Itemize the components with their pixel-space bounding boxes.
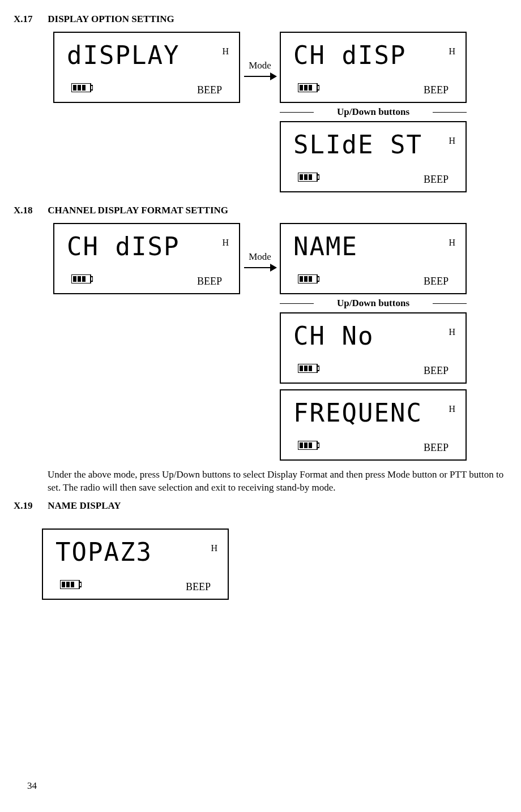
svg-rect-19 bbox=[82, 276, 86, 282]
lcd-screen: CH No H BEEP bbox=[280, 312, 467, 384]
lcd-h-indicator: H bbox=[222, 46, 229, 57]
lcd-screen: TOPAZ3 H BEEP bbox=[42, 529, 229, 600]
lcd-h-indicator: H bbox=[449, 46, 455, 57]
svg-rect-34 bbox=[309, 442, 312, 448]
arrow-right-icon bbox=[244, 267, 276, 268]
lcd-h-indicator: H bbox=[211, 543, 217, 553]
svg-rect-18 bbox=[78, 276, 81, 282]
section-number: X.17 bbox=[14, 14, 45, 25]
lcd-beep-label: BEEP bbox=[424, 276, 449, 287]
section-number: X.19 bbox=[14, 500, 45, 512]
section-title: DISPLAY OPTION SETTING bbox=[48, 14, 174, 24]
svg-rect-33 bbox=[304, 442, 308, 448]
svg-rect-28 bbox=[304, 366, 308, 371]
lcd-h-indicator: H bbox=[449, 327, 455, 337]
svg-rect-22 bbox=[300, 276, 303, 282]
lcd-beep-label: BEEP bbox=[197, 84, 222, 96]
battery-icon bbox=[298, 83, 319, 95]
svg-rect-27 bbox=[300, 366, 303, 371]
svg-rect-3 bbox=[78, 85, 81, 91]
svg-rect-23 bbox=[304, 276, 308, 282]
lcd-beep-label: BEEP bbox=[424, 174, 449, 186]
body-paragraph-x18: Under the above mode, press Up/Down butt… bbox=[48, 469, 507, 495]
svg-rect-6 bbox=[317, 85, 319, 90]
section-title: NAME DISPLAY bbox=[48, 500, 121, 511]
svg-rect-26 bbox=[317, 366, 319, 371]
svg-rect-24 bbox=[309, 276, 312, 282]
lcd-h-indicator: H bbox=[449, 404, 455, 414]
svg-rect-12 bbox=[300, 174, 303, 180]
diagram-x18: CH dISP H BEEP Mode NAME H BEEP Up/Down … bbox=[53, 223, 507, 461]
svg-rect-9 bbox=[309, 85, 312, 91]
svg-rect-13 bbox=[304, 174, 308, 180]
battery-icon bbox=[71, 274, 93, 286]
lcd-screen: dISPLAY H BEEP bbox=[53, 32, 240, 103]
lcd-beep-label: BEEP bbox=[424, 84, 449, 96]
battery-icon bbox=[298, 173, 319, 184]
lcd-screen: NAME H BEEP bbox=[280, 223, 467, 294]
page-number: 34 bbox=[27, 780, 37, 792]
lcd-h-indicator: H bbox=[449, 238, 455, 248]
battery-icon bbox=[60, 580, 82, 592]
battery-icon bbox=[298, 364, 319, 376]
lcd-main-text: CH No bbox=[293, 321, 374, 350]
svg-rect-17 bbox=[73, 276, 76, 282]
section-number: X.18 bbox=[14, 205, 45, 216]
battery-icon bbox=[298, 274, 319, 286]
svg-rect-7 bbox=[300, 85, 303, 91]
lcd-screen: CH dISP H BEEP bbox=[280, 32, 467, 103]
battery-icon bbox=[71, 83, 93, 95]
lcd-h-indicator: H bbox=[449, 136, 455, 146]
section-heading-x17: X.17 DISPLAY OPTION SETTING bbox=[14, 14, 507, 25]
svg-rect-11 bbox=[317, 175, 319, 179]
svg-rect-16 bbox=[91, 277, 93, 281]
svg-rect-31 bbox=[317, 443, 319, 448]
lcd-h-indicator: H bbox=[222, 238, 229, 248]
lcd-beep-label: BEEP bbox=[186, 581, 211, 593]
updown-label: Up/Down buttons bbox=[280, 298, 467, 309]
svg-rect-32 bbox=[300, 442, 303, 448]
svg-rect-21 bbox=[317, 277, 319, 281]
svg-rect-4 bbox=[82, 85, 86, 91]
svg-rect-36 bbox=[79, 582, 82, 587]
lcd-beep-label: BEEP bbox=[197, 276, 222, 287]
lcd-main-text: CH dISP bbox=[67, 232, 180, 261]
lcd-main-text: CH dISP bbox=[293, 41, 406, 70]
section-title: CHANNEL DISPLAY FORMAT SETTING bbox=[48, 205, 228, 216]
updown-label: Up/Down buttons bbox=[280, 106, 467, 118]
mode-arrow: Mode bbox=[240, 32, 280, 77]
svg-rect-8 bbox=[304, 85, 308, 91]
svg-rect-38 bbox=[66, 582, 70, 587]
section-heading-x19: X.19 NAME DISPLAY bbox=[14, 500, 507, 512]
section-heading-x18: X.18 CHANNEL DISPLAY FORMAT SETTING bbox=[14, 205, 507, 216]
lcd-main-text: TOPAZ3 bbox=[55, 538, 152, 566]
lcd-main-text: dISPLAY bbox=[67, 41, 180, 70]
lcd-beep-label: BEEP bbox=[424, 365, 449, 377]
mode-label: Mode bbox=[249, 60, 271, 71]
svg-rect-2 bbox=[73, 85, 76, 91]
svg-rect-37 bbox=[62, 582, 65, 587]
svg-rect-14 bbox=[309, 174, 312, 180]
lcd-main-text: SLIdE ST bbox=[293, 130, 422, 159]
lcd-screen: CH dISP H BEEP bbox=[53, 223, 240, 294]
battery-icon bbox=[298, 441, 319, 453]
lcd-screen: SLIdE ST H BEEP bbox=[280, 121, 467, 192]
mode-label: Mode bbox=[249, 251, 271, 263]
svg-rect-29 bbox=[309, 366, 312, 371]
lcd-beep-label: BEEP bbox=[424, 442, 449, 454]
lcd-main-text: NAME bbox=[293, 232, 358, 261]
lcd-main-text: FREQUENC bbox=[293, 398, 422, 427]
svg-rect-1 bbox=[91, 85, 93, 90]
diagram-x17: dISPLAY H BEEP Mode CH dISP H BEEP Up/Do… bbox=[53, 32, 507, 192]
arrow-right-icon bbox=[244, 76, 276, 77]
lcd-screen: FREQUENC H BEEP bbox=[280, 389, 467, 461]
svg-rect-39 bbox=[71, 582, 74, 587]
mode-arrow: Mode bbox=[240, 223, 280, 268]
